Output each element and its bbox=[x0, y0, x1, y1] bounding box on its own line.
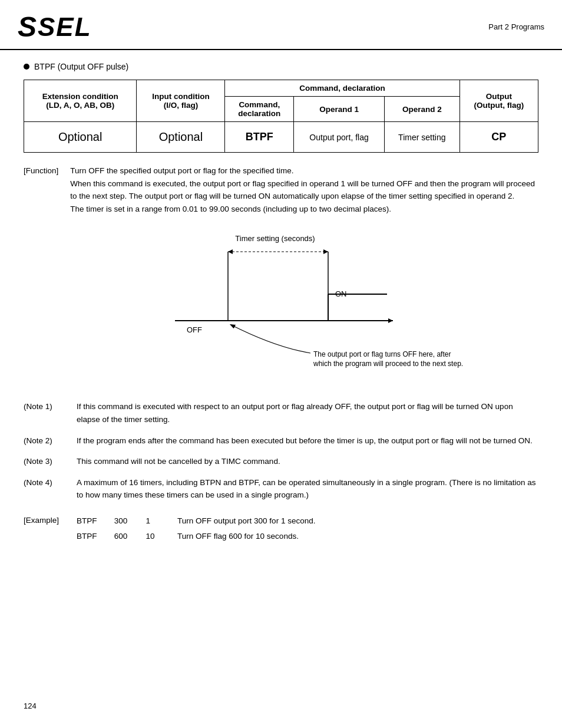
note-row-2: (Note 2) If the program ends after the c… bbox=[24, 434, 538, 447]
cell-btpf: BTPF bbox=[225, 122, 294, 153]
cell-cp: CP bbox=[459, 122, 538, 153]
note1-text: If this command is executed with respect… bbox=[77, 400, 538, 426]
page-header: S SEL Part 2 Programs bbox=[0, 0, 562, 50]
bullet-icon bbox=[24, 64, 29, 70]
annotation-line1: The output port or flag turns OFF here, … bbox=[313, 350, 451, 358]
svg-marker-10 bbox=[388, 318, 393, 323]
svg-marker-1 bbox=[228, 249, 233, 254]
section-title-text: BTPF (Output OFF pulse) bbox=[34, 62, 128, 71]
logo: S SEL bbox=[18, 11, 92, 43]
function-text: Turn OFF the specified output port or fl… bbox=[70, 164, 538, 215]
timing-diagram: Timer setting (seconds) ON bbox=[24, 229, 538, 383]
ex1-cmd: BTPF bbox=[77, 513, 112, 529]
ex2-cmd: BTPF bbox=[77, 529, 112, 544]
cell-optional2: Optional bbox=[137, 122, 225, 153]
note3-label: (Note 3) bbox=[24, 455, 65, 468]
function-line2: When this command is executed, the outpu… bbox=[70, 179, 535, 201]
col-cmd-declaration-group: Command, declaration bbox=[225, 80, 459, 97]
note4-text: A maximum of 16 timers, including BTPN a… bbox=[77, 476, 538, 502]
diagram-svg: Timer setting (seconds) ON bbox=[128, 229, 434, 383]
main-content: BTPF (Output OFF pulse) Extension condit… bbox=[0, 62, 562, 543]
ex1-desc: Turn OFF output port 300 for 1 second. bbox=[177, 516, 315, 525]
logo-s: S bbox=[18, 11, 35, 43]
cell-optional1: Optional bbox=[24, 122, 137, 153]
page-number: 124 bbox=[24, 701, 37, 710]
note2-text: If the program ends after the command ha… bbox=[77, 434, 538, 447]
logo-sel: SEL bbox=[38, 12, 92, 42]
section-title: BTPF (Output OFF pulse) bbox=[24, 62, 538, 71]
part-label: Part 2 Programs bbox=[488, 22, 544, 31]
cell-output-port-flag: Output port, flag bbox=[294, 122, 385, 153]
notes-section: (Note 1) If this command is executed wit… bbox=[24, 400, 538, 502]
annotation-line2: which the program will proceed to the ne… bbox=[313, 360, 463, 368]
col-operand1: Operand 1 bbox=[294, 97, 385, 122]
note3-text: This command will not be cancelled by a … bbox=[77, 455, 538, 468]
cell-timer-setting: Timer setting bbox=[384, 122, 459, 153]
example-label: [Example] bbox=[24, 513, 65, 543]
example-content: BTPF 300 1 Turn OFF output port 300 for … bbox=[77, 513, 315, 543]
ex2-desc: Turn OFF flag 600 for 10 seconds. bbox=[177, 532, 299, 541]
note-row-4: (Note 4) A maximum of 16 timers, includi… bbox=[24, 476, 538, 502]
note-row-3: (Note 3) This command will not be cancel… bbox=[24, 455, 538, 468]
timer-label: Timer setting (seconds) bbox=[235, 234, 315, 243]
col-operand2: Operand 2 bbox=[384, 97, 459, 122]
function-label: [Function] bbox=[24, 164, 58, 215]
ex1-arg1: 300 bbox=[114, 513, 144, 529]
note1-label: (Note 1) bbox=[24, 400, 65, 426]
example-commands: BTPF 300 1 Turn OFF output port 300 for … bbox=[77, 513, 315, 543]
command-table: Extension condition(LD, A, O, AB, OB) In… bbox=[24, 80, 538, 153]
function-section: [Function] Turn OFF the specified output… bbox=[24, 164, 538, 215]
function-line3: The timer is set in a range from 0.01 to… bbox=[70, 205, 391, 213]
function-line1: Turn OFF the specified output port or fl… bbox=[70, 166, 293, 175]
note4-label: (Note 4) bbox=[24, 476, 65, 502]
ex2-arg2: 10 bbox=[146, 529, 176, 544]
ex1-arg2: 1 bbox=[146, 513, 176, 529]
col-output-group: Output(Output, flag) bbox=[459, 80, 538, 122]
page-footer: 124 bbox=[24, 701, 37, 710]
svg-marker-2 bbox=[323, 249, 328, 254]
example-section: [Example] BTPF 300 1 Turn OFF output por… bbox=[24, 513, 538, 543]
example-row-1: BTPF 300 1 Turn OFF output port 300 for … bbox=[77, 513, 315, 529]
ex2-arg1: 600 bbox=[114, 529, 144, 544]
note2-label: (Note 2) bbox=[24, 434, 65, 447]
example-row-2: BTPF 600 10 Turn OFF flag 600 for 10 sec… bbox=[77, 529, 315, 544]
col-cmd-declaration: Command,declaration bbox=[225, 97, 294, 122]
note-row-1: (Note 1) If this command is executed wit… bbox=[24, 400, 538, 426]
col-input-condition: Input condition(I/O, flag) bbox=[137, 80, 225, 122]
col-ext-condition: Extension condition(LD, A, O, AB, OB) bbox=[24, 80, 137, 122]
off-label: OFF bbox=[187, 325, 202, 334]
